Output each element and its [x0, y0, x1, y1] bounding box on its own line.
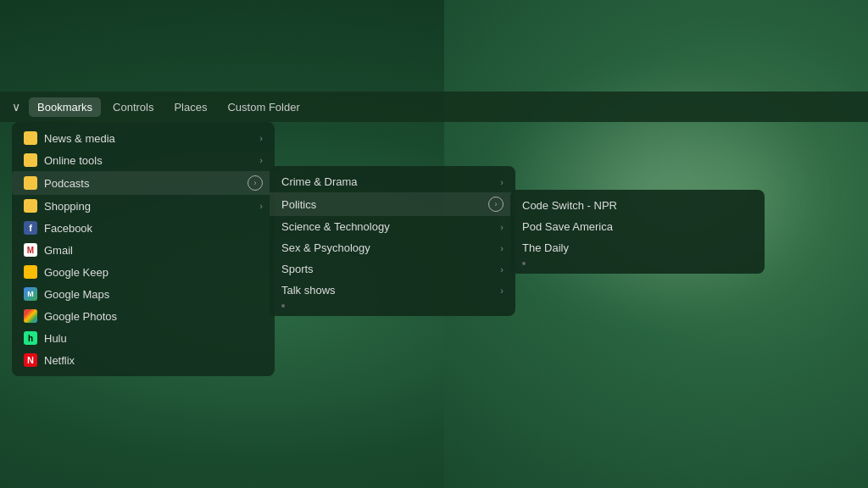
- folder-icon: [24, 153, 37, 167]
- tab-controls[interactable]: Controls: [104, 97, 162, 117]
- list-item[interactable]: f Facebook: [12, 217, 275, 239]
- list-item[interactable]: Sports ›: [270, 258, 515, 280]
- item-label: Netflix: [44, 354, 75, 367]
- list-item[interactable]: The Daily: [510, 237, 765, 258]
- left-panel: News & media › Online tools › Podcasts ›…: [12, 122, 275, 376]
- list-item[interactable]: h Hulu: [12, 327, 275, 349]
- list-item[interactable]: Pod Save America: [510, 216, 765, 237]
- photos-icon: [24, 309, 37, 323]
- item-label: Hulu: [44, 332, 67, 345]
- list-item[interactable]: Shopping ›: [12, 195, 275, 217]
- list-item[interactable]: Google Keep: [12, 261, 275, 283]
- item-label: Shopping: [44, 200, 91, 213]
- middle-panel: Crime & Drama › Politics › Science & Tec…: [270, 166, 515, 316]
- folder-icon: [24, 199, 37, 213]
- hulu-icon: h: [24, 331, 37, 345]
- chevron-right-icon: ›: [500, 222, 504, 232]
- decorative-dot: [281, 304, 285, 308]
- list-item[interactable]: Crime & Drama ›: [270, 171, 515, 192]
- item-label: News & media: [44, 132, 115, 145]
- list-item[interactable]: N Netflix: [12, 349, 275, 371]
- item-label: Google Keep: [44, 266, 108, 279]
- tab-custom-folder[interactable]: Custom Folder: [219, 97, 308, 117]
- menubar: ∨ Bookmarks Controls Places Custom Folde…: [0, 92, 868, 122]
- item-label: Sex & Psychology: [281, 241, 370, 254]
- item-label: Google Photos: [44, 310, 117, 323]
- item-label: Crime & Drama: [281, 175, 358, 188]
- chevron-right-icon: ›: [259, 201, 263, 211]
- list-item[interactable]: M Gmail: [12, 239, 275, 261]
- item-label: Pod Save America: [522, 220, 613, 233]
- item-label: Google Maps: [44, 288, 109, 301]
- chevron-right-icon: ›: [500, 264, 504, 274]
- netflix-icon: N: [24, 353, 37, 367]
- item-label: Gmail: [44, 244, 73, 257]
- keep-icon: [24, 265, 37, 279]
- chevron-right-icon: ›: [500, 177, 504, 187]
- list-item[interactable]: News & media ›: [12, 127, 275, 149]
- folder-icon: [24, 131, 37, 145]
- list-item[interactable]: Online tools ›: [12, 149, 275, 171]
- gmail-icon: M: [24, 243, 37, 257]
- decorative-dot: [522, 262, 526, 265]
- item-label: Talk shows: [281, 284, 336, 297]
- open-submenu-icon: ›: [248, 175, 263, 191]
- tab-places[interactable]: Places: [165, 97, 215, 117]
- list-item[interactable]: Podcasts ›: [12, 171, 275, 195]
- chevron-right-icon: ›: [259, 155, 263, 165]
- list-item[interactable]: M Google Maps: [12, 283, 275, 305]
- right-panel: Code Switch - NPR Pod Save America The D…: [510, 190, 765, 274]
- folder-icon: [24, 176, 37, 190]
- chevron-right-icon: ›: [500, 286, 504, 296]
- list-item[interactable]: Sex & Psychology ›: [270, 237, 515, 258]
- item-label: Sports: [281, 263, 314, 275]
- list-item[interactable]: Google Photos: [12, 305, 275, 327]
- maps-icon: M: [24, 287, 37, 301]
- menubar-chevron[interactable]: ∨: [7, 98, 25, 115]
- list-item[interactable]: Talk shows ›: [270, 280, 515, 301]
- list-item[interactable]: Code Switch - NPR: [510, 195, 765, 216]
- item-label: Online tools: [44, 154, 103, 167]
- item-label: Code Switch - NPR: [522, 199, 617, 212]
- list-item[interactable]: Science & Technology ›: [270, 216, 515, 237]
- chevron-right-icon: ›: [500, 243, 504, 253]
- tab-bookmarks[interactable]: Bookmarks: [29, 97, 101, 117]
- open-submenu-icon: ›: [488, 197, 504, 212]
- chevron-right-icon: ›: [259, 133, 263, 143]
- facebook-icon: f: [24, 221, 37, 235]
- item-label: The Daily: [522, 241, 569, 254]
- list-item[interactable]: Politics ›: [270, 192, 515, 216]
- item-label: Facebook: [44, 222, 92, 235]
- item-label: Politics: [281, 198, 316, 211]
- item-label: Science & Technology: [281, 220, 390, 233]
- item-label: Podcasts: [44, 177, 89, 190]
